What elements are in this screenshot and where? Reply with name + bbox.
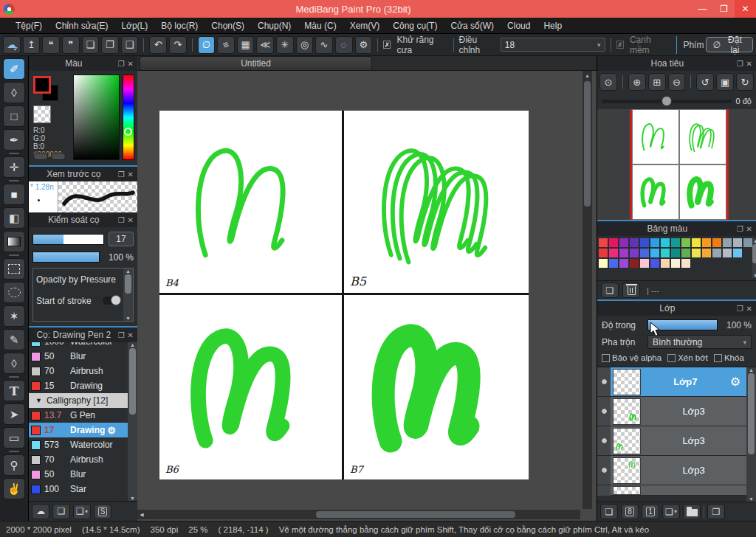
snap-settings-button[interactable]: ⚙ [355, 36, 373, 54]
scrollbar-thumb[interactable] [752, 244, 756, 263]
zoom-in-button[interactable]: ⊕ [628, 73, 646, 91]
duplicate-brush-button[interactable]: ❑▾ [73, 504, 91, 519]
palette-swatch[interactable] [630, 238, 639, 247]
palette-swatch[interactable] [702, 238, 711, 247]
radial-snap-button[interactable]: ✳ [276, 36, 294, 54]
foreground-color-swatch[interactable] [33, 76, 51, 94]
clipping-checkbox[interactable]: Xén bớt [667, 353, 708, 362]
menu-select[interactable]: Chọn(S) [205, 18, 251, 34]
palette-swatch[interactable] [712, 238, 721, 247]
palette-swatch[interactable] [609, 249, 618, 257]
palette-swatch[interactable] [671, 238, 680, 247]
fit-screen-button[interactable]: ⊞ [648, 73, 666, 91]
layer-visibility-toggle[interactable] [597, 397, 611, 426]
menu-layer[interactable]: Lớp(L) [114, 18, 154, 34]
palette-swatch[interactable] [640, 259, 649, 268]
adjust-dropdown[interactable]: 18 ▾ [501, 38, 605, 52]
scrollbar-thumb[interactable] [748, 373, 755, 454]
palette-swatch[interactable] [619, 238, 628, 247]
menu-tools[interactable]: Công cụ(T) [386, 18, 444, 34]
layer-opacity-slider[interactable] [647, 319, 718, 330]
canvas-horizontal-scrollbar[interactable]: ◀ [137, 510, 580, 519]
parallel-snap-button[interactable]: ≡ [217, 36, 235, 54]
scroll-up-icon[interactable]: ▲ [126, 268, 131, 274]
palette-swatch[interactable] [640, 249, 649, 257]
vanishing-point-snap-button[interactable]: ≪ [256, 36, 274, 54]
brush-item[interactable]: 50Blur [29, 349, 128, 364]
palette-scrollbar[interactable]: ▲ ▼ [752, 238, 756, 278]
scroll-up-icon[interactable]: ▲ [749, 367, 754, 373]
undo-button[interactable]: ↶ [149, 36, 167, 54]
gradient-tool-button[interactable] [3, 231, 25, 252]
palette-swatch[interactable] [650, 238, 659, 247]
add-color-button[interactable]: ❏ [601, 283, 619, 298]
text-tool-button[interactable]: T [3, 380, 25, 401]
brush-option-row[interactable]: Opacity by Pressure [33, 268, 123, 290]
rotation-slider-knob[interactable] [662, 96, 672, 106]
select-tool-button[interactable] [3, 258, 25, 280]
palette-swatch[interactable] [733, 238, 742, 247]
palette-swatch[interactable] [599, 238, 608, 247]
layers-scrollbar[interactable]: ▲ ▼ [746, 367, 756, 502]
palette-swatch[interactable] [723, 249, 732, 257]
brush-item[interactable]: 13.7G Pen [29, 408, 128, 423]
snap-off-button[interactable]: ∅ [198, 36, 216, 54]
scroll-left-icon[interactable]: ◀ [137, 512, 146, 518]
menu-snap[interactable]: Chụp(N) [251, 18, 298, 34]
layer-settings-gear-icon[interactable]: ⚙ [730, 375, 740, 389]
reset-button[interactable]: ∅ Đặt lại [706, 37, 753, 52]
palette-swatch[interactable] [661, 259, 670, 268]
saturation-value-picker[interactable] [73, 75, 120, 160]
menu-view[interactable]: Xem(V) [343, 18, 387, 34]
palette-swatch[interactable] [692, 238, 701, 247]
layer-visibility-toggle[interactable] [597, 456, 611, 485]
transparent-color-swatch[interactable] [33, 105, 51, 123]
canvas-quadrant-4[interactable]: B7 [344, 295, 529, 479]
palette-swatch[interactable] [671, 259, 680, 268]
popout-icon[interactable]: ❐ [118, 331, 125, 339]
close-icon[interactable]: ✕ [128, 331, 134, 339]
close-icon[interactable]: ✕ [128, 216, 134, 224]
scroll-down-icon[interactable]: ▼ [749, 496, 754, 502]
control-point-tool-button[interactable]: ✒ [3, 129, 25, 150]
start-of-stroke-toggle[interactable] [103, 297, 120, 305]
new-folder-button[interactable] [683, 504, 701, 519]
reset-rotation-button[interactable]: ▣ [716, 73, 734, 91]
color-picker-mode-button[interactable] [51, 153, 66, 160]
menu-file[interactable]: Tệp(F) [9, 18, 49, 34]
brush-size-slider[interactable] [32, 234, 104, 245]
popout-icon[interactable]: ❐ [118, 170, 125, 179]
palette-swatch[interactable] [650, 259, 659, 268]
antialias-checkbox[interactable]: ✗ Khử răng cưa [383, 35, 448, 55]
brush-opacity-slider[interactable] [32, 252, 100, 263]
brush-size-value[interactable]: 17 [109, 232, 134, 246]
document-tab[interactable]: Untitled [140, 56, 372, 70]
scroll-down-icon[interactable]: ▼ [126, 316, 131, 321]
menu-color[interactable]: Màu (C) [298, 18, 343, 34]
popout-icon[interactable]: ❐ [118, 216, 125, 224]
close-icon[interactable]: ✕ [746, 305, 752, 313]
select-eraser-tool-button[interactable]: ◊ [3, 353, 25, 374]
palette-swatch[interactable] [671, 249, 680, 257]
scrollbar-thumb[interactable] [584, 81, 591, 207]
hue-bar[interactable] [123, 75, 134, 160]
scroll-up-icon[interactable]: ▲ [130, 342, 135, 347]
scrollbar-thumb[interactable] [316, 511, 515, 518]
shape-tool-button[interactable]: □ [3, 105, 25, 127]
eyedropper-tool-button[interactable]: ⚲ [3, 454, 25, 476]
rotate-right-button[interactable]: ↻ [736, 73, 754, 91]
palette-swatch[interactable] [681, 259, 690, 268]
palette-swatch[interactable] [661, 249, 670, 257]
palette-swatch[interactable] [681, 238, 690, 247]
menu-window[interactable]: Cửa sổ(W) [444, 18, 501, 34]
brush-option-row[interactable]: Start of stroke [33, 290, 123, 311]
eraser-tool-button[interactable]: ◊ [3, 82, 25, 103]
palette-swatch[interactable] [661, 238, 670, 247]
popout-icon[interactable]: ❐ [737, 305, 743, 313]
popout-icon[interactable]: ❐ [737, 60, 743, 68]
layer-visibility-toggle[interactable] [597, 426, 611, 455]
scroll-up-icon[interactable]: ▲ [753, 238, 756, 243]
layer-row[interactable]: Lớp3 [597, 397, 746, 426]
palette-swatch[interactable] [650, 249, 659, 257]
canvas-quadrant-2[interactable]: B5 [344, 111, 529, 295]
